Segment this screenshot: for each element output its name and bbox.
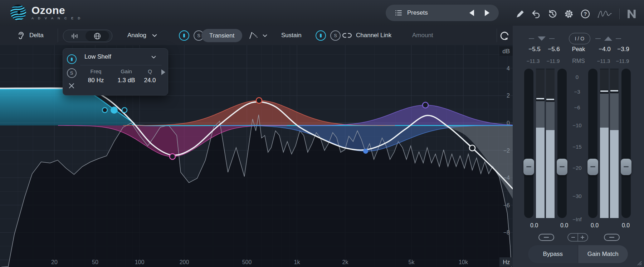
input-trim-right[interactable]: 0.0 [553, 222, 575, 229]
ozone-app-window: Ozone A D V A N C E D Presets [0, 0, 644, 267]
delete-band-icon[interactable] [68, 82, 75, 89]
presets-selector[interactable]: Presets [386, 5, 499, 21]
input-trim-left[interactable]: 0.0 [523, 222, 545, 229]
db-tick-label: 4 [507, 65, 510, 71]
loop-listen-icon[interactable] [499, 30, 510, 41]
db-tick-label: −6 [503, 202, 510, 208]
q-value[interactable]: 24.0 [141, 77, 159, 84]
resize-handle[interactable] [635, 259, 642, 266]
tab-sustain[interactable]: Sustain [281, 26, 302, 45]
freq-tick-label: 100 [135, 259, 145, 265]
amount-label: Amount [412, 32, 433, 39]
preset-next-button[interactable] [485, 10, 489, 16]
input-rms-left: −11.3 [522, 58, 544, 64]
input-meter-left [536, 69, 545, 218]
input-fader-right[interactable] [557, 69, 567, 218]
output-trim-right[interactable]: 0.0 [615, 222, 636, 229]
meter-rms-fill [546, 130, 555, 218]
ni-logo[interactable] [626, 9, 637, 19]
brand-name: Ozone [31, 5, 82, 16]
db-tick-label: 2 [507, 93, 510, 99]
spectrum-fill [0, 115, 513, 267]
band-solo-button[interactable]: S [67, 68, 77, 78]
output-peak-right: −3.9 [613, 46, 634, 53]
help-icon[interactable]: ? [580, 9, 590, 19]
history-icon[interactable] [547, 9, 557, 19]
popup-expand-arrow[interactable] [161, 69, 165, 75]
node-shelf-main[interactable] [111, 107, 118, 114]
q-field[interactable]: Q 24.0 [141, 68, 159, 84]
tab-transient[interactable]: Transient [201, 29, 242, 42]
preset-previous-button[interactable] [469, 10, 474, 16]
input-link-button[interactable] [538, 233, 555, 242]
delta-button[interactable]: Delta [16, 26, 44, 45]
solo-glyph: S [197, 33, 200, 38]
input-peak-right: −5.6 [543, 46, 565, 53]
q-header: Q [141, 68, 159, 74]
gain-field[interactable]: Gain 1.3 dB [112, 68, 141, 84]
trim-minus-plus-button[interactable] [567, 233, 589, 242]
transient-power-button[interactable] [179, 30, 189, 41]
output-trim-left[interactable]: 0.0 [584, 222, 605, 229]
meter-peak-hold [536, 98, 545, 100]
input-gain-indicator[interactable] [529, 36, 555, 41]
node-shelf-q-right[interactable] [122, 108, 127, 113]
channel-link-control[interactable]: Channel Link [341, 26, 391, 45]
edit-pencil-icon[interactable] [516, 9, 525, 19]
node-band-blue[interactable] [363, 149, 368, 154]
transient-sustain-mode[interactable] [248, 26, 268, 45]
filter-type-select[interactable]: Low Shelf [80, 49, 162, 65]
band-power-button[interactable] [67, 54, 77, 64]
meter-scale-label: −15 [566, 144, 588, 150]
triangle-up-icon [604, 36, 612, 41]
freq-field[interactable]: Freq 80 Hz [80, 68, 112, 84]
db-tick-label: −4 [503, 175, 510, 181]
gain-value[interactable]: 1.3 dB [112, 77, 141, 84]
meter-peak-hold [600, 90, 609, 92]
band-view-toggle[interactable] [63, 32, 86, 40]
freq-tick-label: 500 [242, 259, 252, 265]
input-fader-right-handle[interactable] [557, 159, 567, 175]
toolbar-divider [58, 29, 58, 42]
transient-label: Transient [209, 32, 234, 39]
gain-match-button[interactable]: Gain Match [578, 245, 628, 263]
meter-scale-label: −10 [566, 122, 588, 128]
freq-value[interactable]: 80 Hz [80, 77, 112, 84]
input-fader-left-handle[interactable] [523, 159, 534, 175]
db-tick-label: −8 [503, 229, 510, 236]
node-band-red[interactable] [256, 98, 262, 103]
global-view-toggle[interactable] [86, 31, 109, 41]
freq-header: Freq [80, 68, 112, 74]
output-fader-right-handle[interactable] [621, 159, 631, 175]
eq-display[interactable]: dB420−2−4−6−820501002005001k2k5k10kHz S … [0, 45, 513, 267]
eq-mode-select[interactable]: Analog [127, 26, 158, 45]
meter-rms-fill [536, 128, 545, 218]
settings-gear-icon[interactable] [564, 9, 574, 19]
output-peak-left: −4.0 [594, 46, 615, 53]
bypass-button[interactable]: Bypass [528, 245, 578, 263]
io-button[interactable]: I / O [569, 33, 590, 44]
sustain-power-button[interactable] [316, 30, 326, 41]
chevron-down-icon [151, 54, 157, 60]
filter-type-value: Low Shelf [84, 53, 151, 60]
sustain-solo-button[interactable]: S [330, 30, 341, 41]
node-band-magenta[interactable] [170, 154, 175, 159]
eq-view-toggle[interactable] [63, 30, 112, 42]
output-fader-left[interactable] [588, 69, 597, 218]
node-band-purple[interactable] [423, 102, 428, 108]
node-shelf-q-left[interactable] [102, 108, 107, 113]
eq-toolbar: Delta Analog [0, 26, 513, 45]
output-fader-left-handle[interactable] [587, 159, 598, 175]
input-fader-left[interactable] [524, 69, 533, 218]
output-fader-right[interactable] [621, 69, 631, 218]
meter-peak-hold [546, 98, 555, 100]
node-band-white[interactable] [469, 145, 475, 151]
db-tick-label: 0 [507, 120, 510, 126]
output-gain-indicator[interactable] [595, 36, 621, 41]
signature-scribble-icon[interactable] [597, 8, 613, 20]
output-link-button[interactable] [604, 233, 620, 242]
meter-ghost [536, 69, 545, 98]
toolbar-divider [497, 29, 497, 42]
undo-icon[interactable] [531, 9, 541, 19]
freq-tick-label: 5k [409, 259, 415, 265]
